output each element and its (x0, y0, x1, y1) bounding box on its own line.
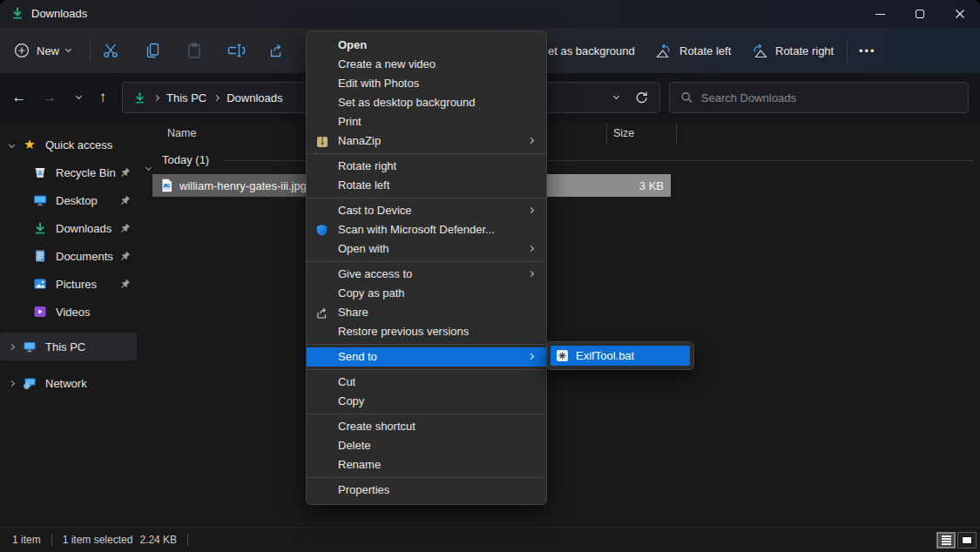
chevron-right-icon[interactable] (0, 345, 23, 349)
column-separator[interactable] (606, 124, 607, 145)
items-count: 1 item (12, 534, 41, 546)
search-input[interactable] (701, 91, 957, 104)
more-options-button[interactable]: ••• (859, 28, 876, 73)
selected-count: 1 item selected (63, 534, 133, 546)
sidebar-item-label: Network (45, 377, 87, 390)
menu-item-label: Open with (338, 242, 389, 255)
maximize-button[interactable] (900, 0, 940, 28)
group-label[interactable]: Today (1) (162, 153, 209, 166)
submenu-item-exiftool[interactable]: ExifTool.bat (551, 346, 690, 366)
chevron-down-icon[interactable] (0, 143, 23, 147)
chevron-right-icon[interactable] (0, 381, 23, 386)
context-menu-item-share[interactable]: Share (307, 303, 546, 322)
context-menu-item-create-shortcut[interactable]: Create shortcut (307, 417, 546, 436)
maximize-icon (916, 10, 924, 18)
context-menu-item-set-desktop-background[interactable]: Set as desktop background (307, 93, 546, 112)
back-button[interactable]: ← (5, 82, 33, 113)
videos-icon (33, 305, 47, 319)
minimize-icon (875, 14, 885, 15)
context-menu-item-copy[interactable]: Copy (307, 392, 546, 411)
pin-icon (120, 195, 131, 208)
submenu-arrow-icon (528, 271, 534, 277)
address-dropdown-button[interactable] (613, 93, 619, 99)
sidebar-item-downloads[interactable]: Downloads (0, 214, 139, 242)
column-header-size[interactable]: Size (613, 127, 634, 139)
details-view-button[interactable] (936, 532, 956, 549)
set-as-background-label: et as background (548, 44, 635, 57)
sidebar-item-label: Recycle Bin (56, 166, 116, 179)
context-menu-item-rotate-left[interactable]: Rotate left (307, 176, 546, 195)
thumbnail-view-button[interactable] (957, 532, 977, 549)
context-menu-item-send-to[interactable]: Send to (307, 347, 546, 367)
context-menu-item-open-with[interactable]: Open with (307, 239, 546, 259)
sidebar-item-label: Quick access (45, 138, 112, 151)
menu-item-label: Cast to Device (338, 204, 412, 217)
column-separator[interactable] (676, 124, 677, 145)
share-icon (314, 306, 329, 320)
breadcrumb-this-pc[interactable]: This PC (166, 91, 206, 104)
sidebar-item-quick-access[interactable]: ★ Quick access (0, 131, 139, 158)
set-as-background-button[interactable]: et as background (548, 28, 635, 73)
nanazip-icon (314, 134, 329, 149)
chevron-down-icon (65, 46, 71, 52)
rotate-right-button[interactable]: Rotate right (751, 28, 834, 73)
context-menu-item-restore-previous[interactable]: Restore previous versions (307, 322, 546, 341)
menu-separator (308, 414, 545, 414)
paste-button[interactable] (186, 28, 202, 73)
sidebar-item-pictures[interactable]: Pictures (0, 270, 139, 298)
copy-button[interactable] (145, 28, 160, 73)
pictures-icon (33, 277, 47, 291)
group-header-today: Today (1) (139, 153, 980, 169)
context-menu-item-delete[interactable]: Delete (307, 436, 546, 455)
submenu-arrow-icon (528, 353, 534, 360)
context-menu-item-cast-to-device[interactable]: Cast to Device (307, 201, 546, 220)
rotate-left-label: Rotate left (679, 44, 731, 57)
sidebar-item-documents[interactable]: Documents (0, 242, 139, 270)
search-icon (680, 91, 693, 104)
context-menu-item-rename[interactable]: Rename (307, 455, 546, 475)
sidebar-item-this-pc[interactable]: This PC (0, 333, 137, 360)
more-options-icon: ••• (859, 44, 876, 57)
rename-button[interactable] (226, 28, 246, 73)
close-button[interactable] (940, 0, 980, 28)
sidebar-item-label: Pictures (56, 278, 97, 291)
defender-shield-icon (314, 223, 329, 238)
context-menu-item-properties[interactable]: Properties (307, 481, 546, 500)
context-menu-item-rotate-right[interactable]: Rotate right (307, 157, 546, 176)
toolbar-separator (90, 40, 91, 61)
cut-button[interactable] (102, 28, 119, 73)
details-view-icon (942, 535, 951, 545)
forward-button[interactable]: → (36, 82, 64, 113)
context-menu-item-open[interactable]: Open (307, 36, 546, 55)
context-menu-item-give-access[interactable]: Give access to (307, 265, 546, 284)
sidebar-item-label: Videos (56, 306, 91, 319)
rotate-left-button[interactable]: Rotate left (655, 28, 731, 73)
file-name: william-henry-gates-iii.jpg (179, 179, 307, 192)
search-box[interactable] (669, 82, 969, 113)
copy-icon (145, 42, 160, 59)
sidebar-item-network[interactable]: Network (0, 369, 139, 397)
context-menu-item-nanazip[interactable]: NanaZip (307, 131, 546, 151)
context-menu-item-scan-defender[interactable]: Scan with Microsoft Defender... (307, 220, 546, 239)
menu-item-label: NanaZip (338, 134, 381, 147)
sidebar-item-desktop[interactable]: Desktop (0, 186, 139, 214)
minimize-button[interactable] (860, 0, 900, 28)
status-divider (51, 534, 52, 546)
sidebar-item-recycle-bin[interactable]: Recycle Bin (0, 158, 139, 186)
context-menu-item-print[interactable]: Print (307, 112, 546, 131)
desktop-icon (33, 193, 47, 207)
up-button[interactable]: ↑ (89, 82, 117, 113)
sidebar-item-videos[interactable]: Videos (0, 298, 139, 326)
column-header-name[interactable]: Name (167, 127, 196, 139)
chevron-down-icon[interactable] (146, 158, 151, 173)
refresh-button[interactable] (634, 91, 649, 105)
this-pc-icon (23, 340, 37, 353)
context-menu-item-create-video[interactable]: Create a new video (307, 55, 546, 74)
breadcrumb-downloads[interactable]: Downloads (226, 91, 282, 104)
share-button[interactable] (268, 28, 285, 73)
new-button[interactable]: New (14, 28, 71, 73)
context-menu-item-cut[interactable]: Cut (307, 373, 546, 392)
context-menu-item-copy-as-path[interactable]: Copy as path (307, 284, 546, 303)
send-to-submenu: ExifTool.bat (546, 341, 694, 370)
context-menu-item-edit-with-photos[interactable]: Edit with Photos (307, 74, 546, 93)
